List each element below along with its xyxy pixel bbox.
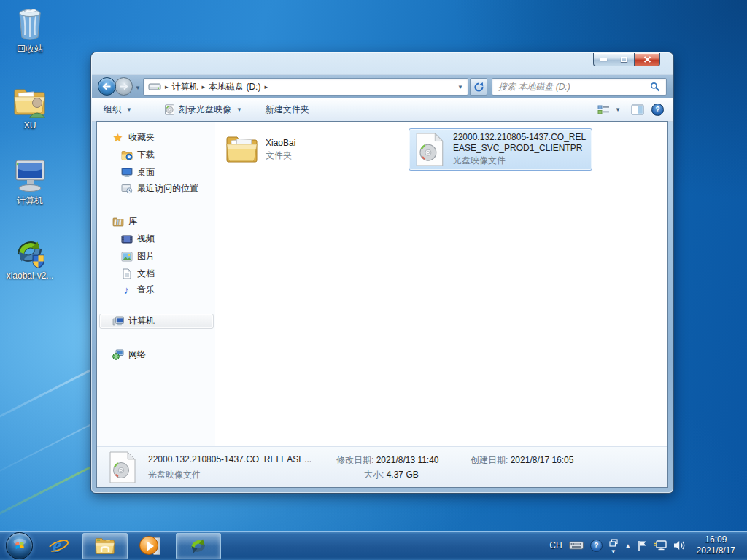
preview-pane-button[interactable] (631, 104, 644, 115)
sidebar-item-label: 计算机 (128, 315, 155, 327)
computer-icon (112, 315, 124, 327)
refresh-icon (473, 82, 484, 93)
taskbar-xiaobai-app[interactable] (176, 533, 221, 559)
drive-icon (148, 82, 161, 91)
sidebar-item-pictures[interactable]: 图片 (120, 249, 155, 264)
search-placeholder: 搜索 本地磁盘 (D:) (498, 81, 650, 93)
taskbar-windows-explorer[interactable] (82, 533, 128, 559)
back-button[interactable] (98, 77, 116, 96)
change-view-button[interactable]: ▼ (595, 101, 624, 118)
sidebar-item-label: 收藏夹 (128, 131, 155, 144)
burn-disc-image-button[interactable]: 刻录光盘映像 ▼ (158, 101, 248, 119)
computer-icon (2, 159, 58, 192)
search-icon[interactable] (650, 82, 660, 92)
taskbar-internet-explorer[interactable]: e (43, 533, 75, 559)
address-bar[interactable]: ▸ 计算机 ▸ 本地磁盘 (D:) ▸ ▼ (143, 78, 468, 96)
navigation-pane: ★ 收藏夹 下载 (97, 122, 215, 446)
taskbar-clock[interactable]: 16:09 2021/8/17 (692, 534, 740, 556)
breadcrumb-local-disk-d[interactable]: 本地磁盘 (D:) (209, 81, 260, 93)
created-label: 创建日期: (471, 455, 508, 465)
user-folder-icon (2, 85, 58, 118)
sidebar-item-label: 视频 (137, 233, 155, 245)
size-label: 大小: (364, 470, 384, 480)
restore-window-icon (609, 539, 618, 547)
volume-icon[interactable] (673, 540, 686, 551)
file-name: XiaoBai (266, 138, 401, 149)
language-bar-options-button[interactable]: ▼ (609, 539, 619, 552)
sidebar-item-videos[interactable]: 视频 (120, 231, 155, 246)
download-folder-icon (120, 149, 133, 161)
search-input[interactable]: 搜索 本地磁盘 (D:) (492, 78, 667, 96)
sidebar-item-libraries[interactable]: 库 (112, 214, 137, 229)
show-hidden-icons-button[interactable]: ▲ (625, 542, 631, 549)
sidebar-item-computer[interactable]: 计算机 (99, 314, 214, 329)
desktop-monitor-icon (120, 166, 133, 179)
details-file-type: 光盘映像文件 (148, 469, 201, 481)
sidebar-item-label: 库 (128, 215, 137, 228)
file-type: 光盘映像文件 (453, 155, 589, 167)
forward-button[interactable] (115, 77, 133, 96)
desktop-icon-recycle-bin[interactable]: 回收站 (2, 7, 58, 55)
taskbar-media-player[interactable] (133, 533, 166, 559)
organize-button[interactable]: 组织 ▼ (98, 101, 138, 119)
action-center-flag-icon[interactable] (638, 540, 647, 551)
music-note-icon: ♪ (120, 284, 133, 296)
details-file-name: 22000.132.210805-1437.CO_RELEASE... (148, 454, 311, 464)
sidebar-item-recent-places[interactable]: 最近访问的位置 (120, 181, 198, 196)
breadcrumb-arrow-icon: ▸ (165, 83, 169, 90)
organize-label: 组织 (104, 104, 121, 116)
recent-pages-dropdown[interactable]: ▼ (135, 85, 141, 91)
file-type: 文件夹 (266, 149, 401, 162)
sidebar-item-downloads[interactable]: 下载 (120, 147, 155, 163)
new-folder-button[interactable]: 新建文件夹 (260, 101, 315, 119)
minimize-button[interactable] (593, 53, 614, 66)
desktop-icon-computer[interactable]: 计算机 (2, 159, 58, 207)
input-language-indicator[interactable]: CH (549, 540, 562, 551)
command-bar: 组织 ▼ 刻录光盘映像 ▼ 新建文件夹 (92, 98, 673, 122)
file-tile-iso-selected[interactable]: 22000.132.210805-1437.CO_RELEASE_SVC_PRO… (409, 128, 592, 171)
minimize-icon (600, 58, 607, 61)
forward-arrow-icon (119, 82, 128, 90)
file-list[interactable]: XiaoBai 文件夹 (215, 122, 667, 446)
desktop: 回收站 XU 计算机 (0, 0, 747, 560)
recycle-bin-icon (2, 7, 58, 41)
sidebar-item-music[interactable]: ♪ 音乐 (120, 282, 155, 298)
file-browser-area: ★ 收藏夹 下载 (97, 122, 667, 446)
back-arrow-icon (102, 82, 112, 90)
sidebar-item-favorites[interactable]: ★ 收藏夹 (112, 130, 155, 145)
close-button[interactable] (635, 53, 660, 66)
network-status-icon[interactable] (654, 540, 667, 551)
star-icon: ★ (112, 131, 124, 144)
chevron-down-icon: ▼ (126, 106, 132, 113)
media-player-icon (139, 535, 160, 557)
videos-icon (120, 233, 133, 245)
maximize-button[interactable] (614, 53, 635, 66)
breadcrumb-arrow-icon: ▸ (264, 83, 268, 90)
sidebar-item-label: 桌面 (137, 166, 155, 179)
sidebar-item-desktop[interactable]: 桌面 (120, 165, 155, 180)
views-icon (597, 104, 610, 115)
breadcrumb-computer[interactable]: 计算机 (172, 81, 198, 93)
explorer-window: ▼ ▸ 计算机 ▸ 本地磁盘 (D:) ▸ ▼ 搜索 本地磁盘 (D:) (91, 52, 673, 493)
sidebar-item-label: 最近访问的位置 (137, 182, 198, 195)
desktop-icon-xu-folder[interactable]: XU (2, 85, 58, 131)
sidebar-item-network[interactable]: 网络 (112, 347, 146, 362)
desktop-icon-xiaobai[interactable]: xiaobai-v2... (2, 235, 58, 281)
created-value: 2021/8/17 16:05 (511, 455, 574, 465)
new-folder-label: 新建文件夹 (266, 104, 309, 116)
address-dropdown-icon[interactable]: ▼ (457, 84, 463, 90)
sidebar-item-documents[interactable]: 文档 (120, 266, 155, 281)
burn-label: 刻录光盘映像 (179, 104, 231, 116)
help-button[interactable]: ? (651, 104, 664, 116)
details-modified: 修改日期: 2021/8/13 11:40 (336, 454, 439, 467)
disc-icon (164, 104, 175, 115)
language-bar-help-button[interactable]: ? (590, 540, 603, 552)
refresh-button[interactable] (470, 78, 487, 96)
taskbar: e (0, 531, 747, 560)
chevron-down-icon: ▼ (615, 106, 621, 113)
start-button[interactable] (6, 532, 33, 559)
maximize-icon (621, 57, 627, 62)
file-tile-xiaobai-folder[interactable]: XiaoBai 文件夹 (221, 128, 405, 171)
keyboard-icon[interactable] (569, 541, 584, 550)
explorer-folder-icon (94, 537, 116, 556)
